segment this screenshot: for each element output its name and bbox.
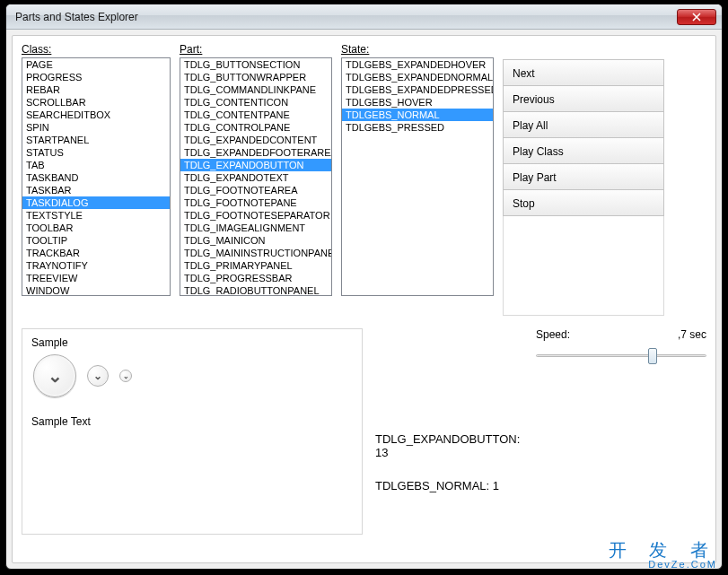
- list-item[interactable]: TDLG_CONTENTICON: [180, 96, 331, 109]
- class-listbox[interactable]: PAGEPROGRESSREBARSCROLLBARSEARCHEDITBOXS…: [22, 57, 171, 296]
- list-item[interactable]: TDLGEBS_EXPANDEDHOVER: [342, 58, 493, 71]
- class-label: Class:: [22, 43, 171, 56]
- part-label: Part:: [180, 43, 332, 56]
- list-item[interactable]: STATUS: [22, 146, 170, 159]
- list-item[interactable]: TDLGEBS_PRESSED: [342, 121, 493, 134]
- window-title: Parts and States Explorer: [15, 11, 677, 23]
- list-item[interactable]: TDLG_FOOTNOTESEPARATOR: [180, 209, 331, 222]
- list-item[interactable]: REBAR: [22, 83, 170, 96]
- state-label: State:: [341, 43, 494, 56]
- list-item[interactable]: TDLG_RADIOBUTTONPANEL: [180, 284, 331, 296]
- list-item[interactable]: TDLG_EXPANDEDCONTENT: [180, 134, 331, 146]
- list-item[interactable]: TDLG_MAININSTRUCTIONPANE: [180, 247, 331, 259]
- list-item[interactable]: TDLG_EXPANDOTEXT: [180, 171, 331, 184]
- list-item[interactable]: TDLG_BUTTONSECTION: [180, 58, 331, 71]
- previous-button[interactable]: Previous: [503, 85, 664, 112]
- class-column: Class: PAGEPROGRESSREBARSCROLLBARSEARCHE…: [22, 43, 171, 316]
- list-item[interactable]: TOOLTIP: [22, 234, 170, 247]
- list-item[interactable]: SPIN: [22, 121, 170, 134]
- list-item[interactable]: TDLG_FOOTNOTEPANE: [180, 196, 331, 209]
- state-info-line: TDLGEBS_NORMAL: 1: [375, 479, 523, 492]
- list-item[interactable]: TDLG_EXPANDOBUTTON: [180, 159, 331, 171]
- sample-text: Sample Text: [31, 415, 353, 428]
- list-item[interactable]: TDLG_COMMANDLINKPANE: [180, 83, 331, 96]
- part-listbox[interactable]: TDLG_BUTTONSECTIONTDLG_BUTTONWRAPPERTDLG…: [180, 57, 332, 296]
- next-button[interactable]: Next: [503, 59, 664, 86]
- list-item[interactable]: TDLG_PRIMARYPANEL: [180, 259, 331, 272]
- speed-slider[interactable]: [536, 346, 706, 366]
- list-item[interactable]: TDLGEBS_EXPANDEDPRESSED: [342, 83, 493, 96]
- expando-medium-icon: ⌄: [87, 365, 109, 387]
- sample-panel: Sample ⌄ ⌄ ⌄ Sample Text: [22, 328, 363, 535]
- play-part-button[interactable]: Play Part: [503, 163, 664, 190]
- list-item[interactable]: TDLG_BUTTONWRAPPER: [180, 71, 331, 83]
- expando-small-icon: ⌄: [119, 370, 132, 382]
- list-item[interactable]: TREEVIEW: [22, 272, 170, 284]
- list-item[interactable]: TDLGEBS_HOVER: [342, 96, 493, 109]
- list-item[interactable]: TEXTSTYLE: [22, 209, 170, 222]
- state-column: State: TDLGEBS_EXPANDEDHOVERTDLGEBS_EXPA…: [341, 43, 494, 316]
- expando-large-icon: ⌄: [33, 354, 76, 397]
- list-item[interactable]: SCROLLBAR: [22, 96, 170, 109]
- list-item[interactable]: TDLG_CONTENTPANE: [180, 109, 331, 121]
- list-item[interactable]: TDLG_EXPANDEDFOOTERAREA: [180, 146, 331, 159]
- list-item[interactable]: TDLGEBS_EXPANDEDNORMAL: [342, 71, 493, 83]
- speed-label: Speed:: [536, 328, 570, 341]
- play-class-button[interactable]: Play Class: [503, 137, 664, 164]
- list-item[interactable]: TASKDIALOG: [22, 196, 170, 209]
- list-item[interactable]: TOOLBAR: [22, 222, 170, 234]
- list-item[interactable]: TDLG_CONTROLPANE: [180, 121, 331, 134]
- list-item[interactable]: TDLG_MAINICON: [180, 234, 331, 247]
- list-item[interactable]: SEARCHEDITBOX: [22, 109, 170, 121]
- list-item[interactable]: TASKBAND: [22, 171, 170, 184]
- speed-column: Speed: ,7 sec: [536, 328, 706, 535]
- part-column: Part: TDLG_BUTTONSECTIONTDLG_BUTTONWRAPP…: [180, 43, 332, 316]
- close-icon: [692, 13, 701, 22]
- list-item[interactable]: TDLGEBS_NORMAL: [342, 109, 493, 121]
- bottom-row: Sample ⌄ ⌄ ⌄ Sample Text TDLG_EXPANDOBUT…: [22, 328, 706, 535]
- list-item[interactable]: WINDOW: [22, 284, 170, 296]
- client-area: Class: PAGEPROGRESSREBARSCROLLBARSEARCHE…: [12, 35, 716, 563]
- app-window: Parts and States Explorer Class: PAGEPRO…: [5, 4, 723, 570]
- list-item[interactable]: TDLG_FOOTNOTEAREA: [180, 184, 331, 196]
- titlebar[interactable]: Parts and States Explorer: [6, 4, 722, 30]
- play-all-button[interactable]: Play All: [503, 111, 664, 138]
- part-info-line: TDLG_EXPANDOBUTTON: 13: [375, 432, 523, 459]
- list-item[interactable]: PAGE: [22, 58, 170, 71]
- list-item[interactable]: TRAYNOTIFY: [22, 259, 170, 272]
- button-group: Next Previous Play All Play Class Play P…: [503, 59, 664, 316]
- slider-thumb[interactable]: [648, 348, 657, 364]
- slider-track: [536, 354, 706, 357]
- state-listbox[interactable]: TDLGEBS_EXPANDEDHOVERTDLGEBS_EXPANDEDNOR…: [341, 57, 494, 296]
- sample-label: Sample: [31, 336, 353, 349]
- list-item[interactable]: PROGRESS: [22, 71, 170, 83]
- button-column: Next Previous Play All Play Class Play P…: [503, 43, 664, 316]
- close-button[interactable]: [677, 9, 716, 25]
- list-item[interactable]: TAB: [22, 159, 170, 171]
- list-item[interactable]: TASKBAR: [22, 184, 170, 196]
- list-item[interactable]: TDLG_IMAGEALIGNMENT: [180, 222, 331, 234]
- speed-value: ,7 sec: [678, 328, 706, 341]
- stop-button[interactable]: Stop: [503, 189, 664, 216]
- top-row: Class: PAGEPROGRESSREBARSCROLLBARSEARCHE…: [22, 43, 706, 316]
- list-item[interactable]: STARTPANEL: [22, 134, 170, 146]
- info-column: TDLG_EXPANDOBUTTON: 13 TDLGEBS_NORMAL: 1: [375, 328, 523, 535]
- list-item[interactable]: TRACKBAR: [22, 247, 170, 259]
- sample-preview: ⌄ ⌄ ⌄: [33, 354, 353, 397]
- list-item[interactable]: TDLG_PROGRESSBAR: [180, 272, 331, 284]
